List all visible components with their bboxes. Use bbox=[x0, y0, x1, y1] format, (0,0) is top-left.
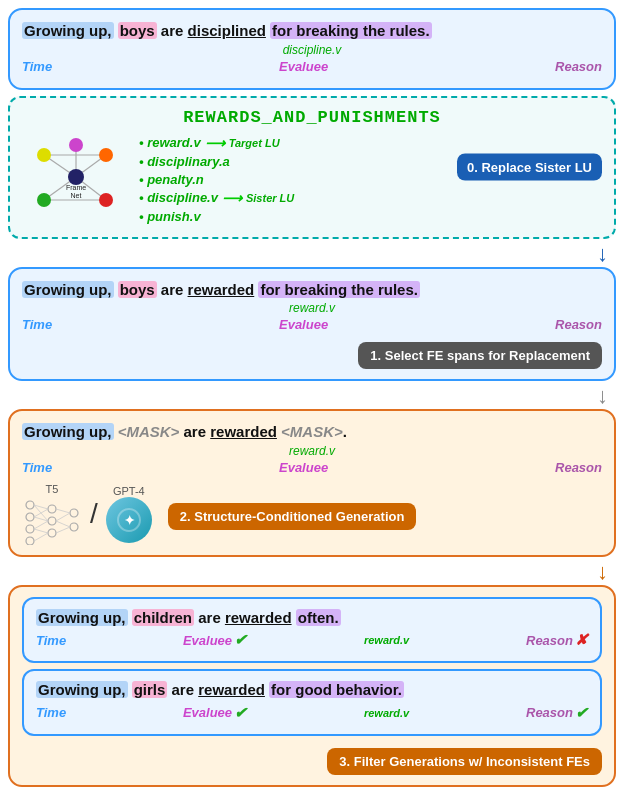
t5-label: T5 bbox=[46, 483, 59, 495]
mask-span-reason: <MASK> bbox=[281, 423, 343, 440]
svg-text:Frame: Frame bbox=[66, 184, 86, 191]
svg-point-9 bbox=[99, 148, 113, 162]
sister-lu-label: Sister LU bbox=[246, 192, 294, 204]
target-lu-label: Target LU bbox=[229, 137, 280, 149]
framenet-graph: Frame Net bbox=[24, 135, 129, 220]
result1-evaluee-check: ✔ bbox=[234, 631, 247, 649]
result1-reason-cross: ✘ bbox=[575, 631, 588, 649]
svg-text:✦: ✦ bbox=[123, 513, 134, 528]
svg-point-16 bbox=[26, 513, 34, 521]
t5-network-svg bbox=[22, 495, 82, 545]
result2-evaluee-check: ✔ bbox=[234, 704, 247, 722]
result2-lu: rewarded bbox=[198, 681, 265, 698]
time-span-1: Growing up, bbox=[22, 22, 114, 39]
section-masked: Growing up, <MASK> are rewarded <MASK>. … bbox=[8, 409, 616, 557]
reason-span-1: for breaking the rules. bbox=[270, 22, 432, 39]
lu-item-punish: • punish.v bbox=[139, 209, 600, 224]
frame-box: REWARDS_AND_PUNISHMENTS Fram bbox=[8, 96, 616, 239]
svg-point-8 bbox=[37, 148, 51, 162]
result1-lu: rewarded bbox=[225, 609, 292, 626]
svg-point-20 bbox=[48, 517, 56, 525]
replace-sister-lu-badge[interactable]: 0. Replace Sister LU bbox=[457, 154, 602, 181]
fe-labels-2: Time Evaluee Reason bbox=[22, 317, 602, 332]
step-3-row: 3. Filter Generations w/ Inconsistent FE… bbox=[22, 742, 602, 775]
lu-word-3: rewarded bbox=[210, 423, 277, 440]
time-span-2: Growing up, bbox=[22, 281, 114, 298]
svg-point-12 bbox=[69, 138, 83, 152]
lu-item-discipline: • discipline.v ⟶ Sister LU bbox=[139, 190, 600, 206]
lu-label-1: discipline.v bbox=[22, 43, 602, 57]
fe-reason-2: Reason bbox=[555, 317, 602, 332]
fe-reason-3: Reason bbox=[555, 460, 602, 475]
svg-point-22 bbox=[70, 509, 78, 517]
fe-time-3: Time bbox=[22, 460, 52, 475]
fe-evaluee-1: Evaluee bbox=[279, 59, 328, 74]
result2-reason-check: ✔ bbox=[575, 704, 588, 722]
svg-line-28 bbox=[34, 521, 48, 529]
arrow-3: ↓ bbox=[8, 561, 608, 583]
result2-sentence: Growing up, girls are rewarded for good … bbox=[36, 679, 588, 702]
fe-labels-3: Time Evaluee Reason bbox=[22, 460, 602, 475]
result1-sentence: Growing up, children are rewarded often. bbox=[36, 607, 588, 630]
svg-point-17 bbox=[26, 525, 34, 533]
frame-content: Frame Net • reward.v ⟶ Target LU • disci… bbox=[24, 135, 600, 227]
svg-point-7 bbox=[68, 169, 84, 185]
step-1-row: 1. Select FE spans for Replacement bbox=[22, 336, 602, 369]
svg-point-10 bbox=[37, 193, 51, 207]
step-2-badge: 2. Structure-Conditioned Generation bbox=[168, 503, 417, 530]
masked-sentence: Growing up, <MASK> are rewarded <MASK>. bbox=[22, 421, 602, 444]
svg-line-29 bbox=[34, 529, 48, 533]
result2-evaluee: girls bbox=[132, 681, 168, 698]
svg-point-11 bbox=[99, 193, 113, 207]
result-1: Growing up, children are rewarded often.… bbox=[22, 597, 602, 664]
model-row: T5 bbox=[22, 483, 602, 545]
evaluee-span-1: boys bbox=[118, 22, 157, 39]
result1-reason: often. bbox=[296, 609, 341, 626]
lu-word-2: rewarded bbox=[188, 281, 255, 298]
section-results: Growing up, children are rewarded often.… bbox=[8, 585, 616, 787]
slash-divider: / bbox=[90, 498, 98, 530]
result2-fe-labels: Time Evaluee ✔ reward.v Reason ✔ bbox=[36, 704, 588, 722]
frame-title: REWARDS_AND_PUNISHMENTS bbox=[24, 108, 600, 127]
lu-label-2: reward.v bbox=[22, 301, 602, 315]
svg-point-21 bbox=[48, 529, 56, 537]
svg-line-34 bbox=[56, 527, 70, 533]
result1-lu-label: reward.v bbox=[364, 634, 409, 646]
result1-evaluee: children bbox=[132, 609, 194, 626]
frame-lu-list: • reward.v ⟶ Target LU • disciplinary.a … bbox=[139, 135, 600, 227]
replaced-sentence: Growing up, boys are rewarded for breaki… bbox=[22, 279, 602, 302]
svg-point-18 bbox=[26, 537, 34, 545]
lu-item-reward: • reward.v ⟶ Target LU bbox=[139, 135, 600, 151]
fe-evaluee-3: Evaluee bbox=[279, 460, 328, 475]
svg-point-19 bbox=[48, 505, 56, 513]
fe-labels-1: Time Evaluee Reason bbox=[22, 59, 602, 74]
openai-svg: ✦ bbox=[114, 505, 144, 535]
section-original: Growing up, boys are disciplined for bre… bbox=[8, 8, 616, 90]
original-sentence: Growing up, boys are disciplined for bre… bbox=[22, 20, 602, 43]
result2-time: Growing up, bbox=[36, 681, 128, 698]
fe-time-2: Time bbox=[22, 317, 52, 332]
svg-line-31 bbox=[56, 509, 70, 513]
fe-evaluee-2: Evaluee bbox=[279, 317, 328, 332]
result1-fe-evaluee: Evaluee bbox=[183, 633, 232, 648]
result1-fe-time: Time bbox=[36, 633, 66, 648]
gpt4-container: GPT-4 ✦ bbox=[106, 485, 152, 543]
svg-line-26 bbox=[34, 509, 48, 517]
step-3-badge: 3. Filter Generations w/ Inconsistent FE… bbox=[327, 748, 602, 775]
section-replaced: Growing up, boys are rewarded for breaki… bbox=[8, 267, 616, 382]
result2-lu-label: reward.v bbox=[364, 707, 409, 719]
arrow-target: ⟶ bbox=[205, 135, 225, 151]
result1-time: Growing up, bbox=[36, 609, 128, 626]
gpt4-icon: ✦ bbox=[106, 497, 152, 543]
lu-word-1: disciplined bbox=[188, 22, 266, 39]
evaluee-span-2: boys bbox=[118, 281, 157, 298]
result1-fe-labels: Time Evaluee ✔ reward.v Reason ✘ bbox=[36, 631, 588, 649]
svg-text:Net: Net bbox=[71, 192, 82, 199]
t5-container: T5 bbox=[22, 483, 82, 545]
svg-line-30 bbox=[34, 533, 48, 541]
arrow-2: ↓ bbox=[8, 385, 608, 407]
gpt4-label: GPT-4 bbox=[113, 485, 145, 497]
step-2-container: 2. Structure-Conditioned Generation bbox=[168, 497, 602, 530]
result2-reason: for good behavior. bbox=[269, 681, 404, 698]
fe-time-1: Time bbox=[22, 59, 52, 74]
